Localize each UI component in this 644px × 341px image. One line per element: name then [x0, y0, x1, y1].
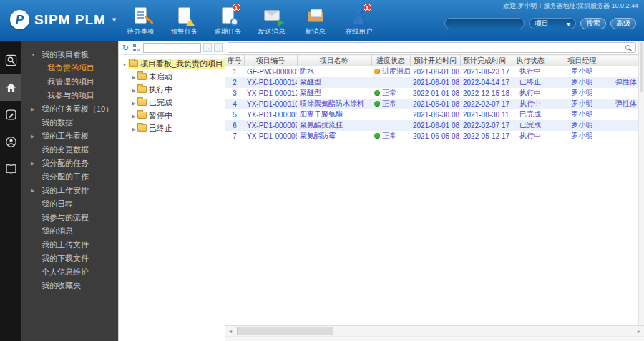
vertical-scrollbar[interactable] [638, 41, 644, 325]
col-header-index[interactable]: 序号 [225, 55, 244, 66]
sidebar-item-my-work-schedule[interactable]: ▶我的工作安排 [21, 184, 118, 197]
cell-planned-start[interactable]: 2021-06-05 08:00 [410, 131, 460, 142]
cell-progress-status[interactable]: 进度滞后 [371, 66, 410, 77]
horizontal-scrollbar-track[interactable] [235, 326, 634, 336]
tree-refresh-icon[interactable]: ↻ [121, 43, 130, 53]
tree-node-completed[interactable]: ▶已完成 [119, 96, 225, 109]
col-header-project-name[interactable]: 项目名称 [297, 55, 371, 66]
cell-planned-finish[interactable]: 2021-08-23 17:00 [460, 66, 509, 77]
cell-progress-status[interactable] [371, 120, 410, 131]
tree-find-next-button[interactable]: → [203, 43, 212, 52]
rail-library-button[interactable] [0, 155, 21, 182]
cell-planned-start[interactable]: 2021-06-01 08:00 [410, 99, 460, 109]
rail-edit-button[interactable] [0, 101, 21, 128]
cell-project-code[interactable]: YX-PD1-000007 [244, 120, 297, 131]
cell-project-code[interactable]: YX-PD1-000006 [244, 131, 297, 142]
cell-progress-status[interactable]: 正常 [371, 131, 410, 142]
project-row[interactable]: 5 YX-PD1-000008 阳离子聚氨酯 2021-06-30 08:00 … [225, 109, 638, 120]
sidebar-item-my-favorites[interactable]: 我的收藏夹 [21, 279, 118, 292]
cell-project-type[interactable] [613, 131, 638, 142]
cell-project-code[interactable]: GF-PM3-000002 [244, 66, 297, 77]
col-header-progress-status[interactable]: 进度状态 [371, 55, 410, 66]
col-header-planned-start[interactable]: 预计开始时间 [410, 55, 460, 66]
sidebar-item-my-project-board[interactable]: ▼我的项目看板 [21, 48, 118, 61]
overdue-tasks-button[interactable]: 1 逾期任务 [206, 6, 250, 36]
project-row[interactable]: 7 YX-PD1-000006 聚氨酯防霉 正常 2021-06-05 08:0… [225, 131, 638, 142]
cell-project-type[interactable] [613, 66, 638, 77]
rail-search-button[interactable] [0, 46, 21, 74]
cell-project-code[interactable]: YX-PD1-000008 [244, 109, 297, 120]
brand-caret-down-icon[interactable]: ▾ [112, 15, 117, 24]
cell-exec-status[interactable]: 已完成 [509, 120, 552, 131]
sidebar-item-projects-i-manage[interactable]: 我管理的项目 [21, 75, 118, 89]
cell-planned-finish[interactable]: 2021-08-30 11:21 [460, 109, 509, 120]
sidebar-item-my-uploads[interactable]: 我的上传文件 [21, 238, 118, 252]
cell-project-name[interactable]: 聚醚型 [297, 77, 371, 88]
cell-planned-finish[interactable]: 2022-04-14 17:00 [460, 77, 509, 88]
project-row[interactable]: 2 YX-PD1-000014 聚醚型 2021-06-01 08:00 202… [225, 77, 638, 88]
cell-project-manager[interactable]: 罗小明 [552, 99, 613, 109]
cell-exec-status[interactable]: 执行中 [509, 131, 552, 142]
cell-project-name[interactable]: 聚氨酯抗流挂 [297, 120, 371, 131]
tree-collapse-all-icon[interactable] [132, 44, 141, 52]
horizontal-scrollbar[interactable]: ◄ ► [225, 325, 644, 336]
global-search-input[interactable] [444, 18, 525, 29]
cell-project-type[interactable]: 弹性体 [613, 77, 638, 88]
sidebar-item-my-messages[interactable]: 我的消息 [21, 224, 118, 238]
sidebar-item-my-workflows[interactable]: 我参与的流程 [21, 211, 118, 224]
cell-progress-status[interactable] [371, 109, 410, 120]
tree-root-node[interactable]: ▼项目看板_我负责的项目 [119, 57, 225, 70]
cell-index[interactable]: 3 [225, 88, 244, 99]
cell-planned-finish[interactable]: 2022-05-12 17:00 [460, 131, 509, 142]
cell-project-manager[interactable]: 罗小明 [552, 131, 613, 142]
cell-project-type[interactable] [613, 109, 638, 120]
cell-planned-start[interactable]: 2021-06-30 08:00 [410, 109, 460, 120]
cell-project-manager[interactable]: 罗小明 [552, 88, 613, 99]
tree-node-not-started[interactable]: ▶未启动 [119, 70, 225, 83]
cell-planned-start[interactable]: 2022-01-01 08:00 [410, 88, 460, 99]
cell-exec-status[interactable]: 执行中 [509, 88, 552, 99]
cell-project-name[interactable]: 防水 [297, 66, 371, 77]
cell-planned-finish[interactable]: 2022-02-07 17:00 [460, 120, 509, 131]
tree-find-prev-button[interactable]: → [214, 43, 223, 52]
project-row[interactable]: 6 YX-PD1-000007 聚氨酯抗流挂 2021-06-01 08:00 … [225, 120, 638, 131]
tree-node-terminated[interactable]: ▶已终止 [119, 122, 225, 134]
cell-project-manager[interactable]: 罗小明 [552, 77, 613, 88]
cell-index[interactable]: 4 [225, 99, 244, 109]
sidebar-item-work-i-assigned[interactable]: 我分配的工作 [21, 170, 118, 184]
cell-planned-start[interactable]: 2021-06-01 08:00 [410, 77, 460, 88]
horizontal-scrollbar-thumb[interactable] [237, 327, 333, 335]
cell-index[interactable]: 6 [225, 120, 244, 131]
cell-project-manager[interactable]: 罗小明 [552, 66, 613, 77]
tree-node-executing[interactable]: ▶执行中 [119, 83, 225, 96]
col-header-project-code[interactable]: 项目编号 [244, 55, 297, 66]
project-row[interactable]: 3 YX-PD1-000012 聚醚型 正常 2022-01-01 08:00 … [225, 88, 638, 99]
send-message-button[interactable]: 发送消息 [250, 6, 293, 36]
cell-project-name[interactable]: 聚氨酯防霉 [297, 131, 371, 142]
sidebar-item-my-work-board[interactable]: ▶我的工作看板 [21, 129, 118, 143]
online-users-button[interactable]: 1 在线用户 [337, 6, 381, 36]
cell-project-type[interactable] [613, 88, 638, 99]
sidebar-item-profile-maintenance[interactable]: 个人信息维护 [21, 265, 118, 279]
cell-planned-finish[interactable]: 2022-12-15 18:05 [460, 88, 509, 99]
search-button[interactable]: 搜索 [580, 18, 606, 29]
cell-project-code[interactable]: YX-PD1-000014 [244, 77, 297, 88]
sidebar-item-my-data[interactable]: 我的数据 [21, 116, 118, 129]
project-row[interactable]: 1 GF-PM3-000002 防水 进度滞后 2021-06-01 08:00… [225, 66, 638, 77]
sidebar-item-my-calendar[interactable]: 我的日程 [21, 197, 118, 211]
warning-tasks-button[interactable]: 预警任务 [162, 6, 206, 36]
scroll-left-arrow-icon[interactable]: ◄ [225, 326, 235, 336]
sidebar-item-my-downloads[interactable]: 我的下载文件 [21, 252, 118, 265]
sidebar-item-my-change-data[interactable]: 我的变更数据 [21, 143, 118, 157]
filter-search-icon[interactable] [625, 45, 630, 50]
cell-project-manager[interactable]: 罗小明 [552, 120, 613, 131]
cell-exec-status[interactable]: 执行中 [509, 99, 552, 109]
cell-progress-status[interactable] [371, 77, 410, 88]
col-header-planned-finish[interactable]: 预计完成时间 [460, 55, 509, 66]
cell-planned-start[interactable]: 2021-06-01 08:00 [410, 66, 460, 77]
cell-index[interactable]: 5 [225, 109, 244, 120]
sidebar-item-projects-i-join[interactable]: 我参与的项目 [21, 89, 118, 102]
cell-index[interactable]: 2 [225, 77, 244, 88]
vertical-scrollbar-thumb[interactable] [640, 42, 643, 92]
advanced-search-button[interactable]: 高级 [610, 18, 636, 29]
